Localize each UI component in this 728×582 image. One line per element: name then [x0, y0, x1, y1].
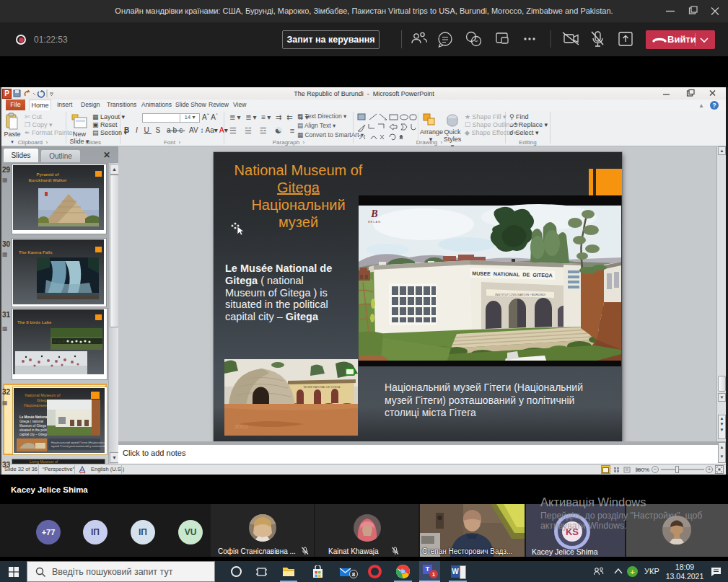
svg-text:BELAN: BELAN	[368, 220, 381, 224]
svg-text:музей Гітеги) розташований у п: музей Гітеги) розташований у політичній	[51, 444, 105, 448]
svg-text:MUSEE NATIONAL DE GITEGA: MUSEE NATIONAL DE GITEGA	[304, 386, 341, 389]
svg-text:B: B	[370, 208, 377, 219]
svg-text:capital city – Gitega: capital city – Gitega	[19, 433, 48, 436]
svg-text:JOCU: JOCU	[234, 424, 248, 429]
svg-text:The Karera Falls: The Karera Falls	[19, 250, 53, 255]
svg-text:Pyramid of: Pyramid of	[36, 172, 59, 177]
svg-text:Gitega ( national: Gitega ( national	[19, 420, 43, 423]
svg-text:INSTITUT CIVILISATION • BURUND: INSTITUT CIVILISATION • BURUNDI	[495, 293, 545, 296]
svg-text:situated in the political: situated in the political	[19, 428, 51, 432]
svg-text:Burckhardt Walker: Burckhardt Walker	[28, 178, 67, 182]
svg-text:National Museum of: National Museum of	[25, 393, 61, 397]
svg-text:The 8 birds Lake: The 8 birds Lake	[17, 320, 52, 325]
